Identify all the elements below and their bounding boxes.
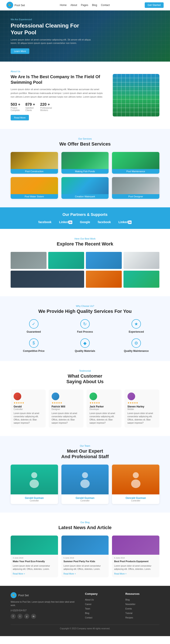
why-section: Why Choose Us? We Provide High Quality S… — [0, 296, 170, 361]
blog-post-1-date: 3 June 2019 — [13, 557, 56, 559]
blog-title: Latest News And Article — [11, 525, 159, 530]
why-item-experienced: ★ Experienced — [113, 319, 159, 333]
service-pool-maintenance-image — [112, 152, 159, 169]
testimonial-gerald-role: Controller — [14, 408, 43, 410]
services-grid: Pool Construction Making Fish Ponds Pool… — [11, 152, 159, 199]
footer-link-career[interactable]: Career — [85, 603, 91, 606]
blog-post-3-image — [112, 536, 159, 555]
footer-link-contact[interactable]: Contact — [85, 616, 92, 619]
blog-post-2-date: 5 June 2019 — [64, 557, 107, 559]
service-making-fish-ponds-image — [61, 152, 109, 169]
hero-section: We Are Experienced Professional Cleaning… — [0, 10, 170, 62]
hero-cta-button[interactable]: Learn More — [11, 48, 29, 54]
blog-post-3-content: 6 June 2019 Best Pool Products Equipment… — [112, 555, 159, 577]
blog-post-1: 3 June 2019 Make Your Pool Eco-Friendly … — [11, 536, 58, 577]
footer-company-col: Company About Us Career Team Blog Contac… — [85, 592, 119, 620]
fast-process-icon: ↻ — [80, 319, 90, 328]
testimonials-eyebrow: Testimonial — [11, 370, 159, 372]
footer-copyright: Copyright © 2023 Company name All rights… — [11, 624, 159, 630]
about-section: About Us We Are Is The Best Company In T… — [0, 62, 170, 129]
social-linkedin-icon[interactable]: in — [31, 614, 36, 619]
footer-link-events[interactable]: Events — [125, 608, 132, 610]
footer-link-team[interactable]: Team — [85, 608, 90, 610]
nav-home[interactable]: Home — [60, 4, 67, 6]
team-member-3: Oenrald Guzman Controller — [112, 464, 159, 504]
partners-section: Our Partners & Supports facebook Linkedi… — [0, 207, 170, 229]
services-eyebrow: Our Services — [11, 138, 159, 140]
team-member-1-info: Gerald Guzman Controller — [11, 494, 58, 504]
blog-post-1-content: 3 June 2019 Make Your Pool Eco-Friendly … — [11, 555, 58, 577]
footer-link-tutorial[interactable]: Tutorial — [125, 612, 132, 614]
footer-phone: (+12)23-514-517 — [11, 609, 79, 612]
stat-projects-label: ProjectComplete — [11, 107, 20, 112]
about-stats: 503 + ProjectComplete 879 + SatisfiedCli… — [11, 102, 106, 112]
blog-post-2: 5 June 2019 Summer Pool Party For Kids L… — [61, 536, 109, 577]
footer-grid: 🏊 Pool Set Welcome to Pool Set. Lorem ip… — [11, 592, 159, 620]
services-section: Our Services We Offer Best Services Pool… — [0, 129, 170, 207]
partner-linkedin-2: Linkedin — [119, 220, 132, 224]
social-youtube-icon[interactable]: y — [24, 614, 29, 619]
footer-logo-icon: 🏊 — [11, 592, 16, 598]
pool-tile-pattern — [113, 74, 159, 116]
stat-projects: 503 + ProjectComplete — [11, 102, 20, 112]
quality-maintenance-icon: ⚙ — [132, 338, 141, 348]
nav-blog[interactable]: Blog — [92, 4, 97, 6]
team-member-3-role: Controller — [114, 500, 157, 502]
work-title: Explore The Recent Work — [11, 241, 159, 247]
competitive-price-icon: $ — [29, 338, 38, 348]
nav-pages[interactable]: Pages — [81, 4, 88, 6]
why-item-quality-maintenance-label: Quality Maintenance — [124, 350, 149, 352]
about-eyebrow: About Us — [11, 70, 106, 73]
team-member-1-role: Controller — [13, 500, 56, 502]
blog-post-2-text: Lorem ipsum dolor sit amet consectetur a… — [64, 564, 107, 571]
quality-materials-icon: ◆ — [80, 338, 90, 348]
work-item-2 — [48, 252, 84, 269]
work-grid — [11, 252, 159, 288]
footer-resources-title: Resources — [125, 592, 159, 596]
footer-link-about-us[interactable]: About Us — [85, 598, 94, 601]
testimonial-jack-name: Jack Parker — [89, 405, 119, 408]
social-twitter-icon[interactable]: t — [17, 614, 22, 619]
blog-post-1-text: Lorem ipsum dolor sit amet consectetur a… — [13, 564, 56, 571]
service-pool-maintenance: Pool Maintenance — [112, 152, 159, 174]
about-read-more-button[interactable]: Read More — [11, 115, 29, 120]
about-image-inner — [113, 74, 159, 116]
work-item-3 — [86, 252, 122, 269]
footer: 🏊 Pool Set Welcome to Pool Set. Lorem ip… — [0, 586, 170, 636]
footer-link-resources-blog[interactable]: Blog — [125, 598, 130, 601]
get-started-button[interactable]: Get Started — [145, 2, 164, 8]
team-grid: Gerald Guzman Controller Gerald Guzman C… — [11, 464, 159, 504]
service-pool-construction-label: Pool Construction — [11, 169, 58, 174]
blog-post-1-image — [11, 536, 58, 555]
blog-post-2-read-more[interactable]: Read More + — [64, 572, 76, 575]
testimonial-steven-avatar — [128, 392, 135, 400]
footer-link-blog[interactable]: Blog — [85, 612, 89, 614]
blog-post-3-read-more[interactable]: Read More + — [114, 572, 126, 575]
footer-link-recipes[interactable]: Recipes — [125, 616, 133, 619]
nav-contact[interactable]: Contact — [101, 4, 110, 6]
svg-point-4 — [133, 472, 139, 478]
service-pool-water-sistem-label: Pool Water Sistem — [11, 194, 58, 199]
work-item-7 — [123, 271, 159, 288]
blog-post-3-date: 6 June 2019 — [114, 557, 157, 559]
service-pool-water-sistem: Pool Water Sistem — [11, 177, 58, 199]
work-item-5 — [11, 271, 84, 288]
logo: 🏊 Pool Set — [6, 2, 25, 8]
copyright-text: Copyright © 2023 Company name All rights… — [60, 628, 110, 630]
partners-title: Our Partners & Supports — [11, 212, 159, 217]
work-item-1 — [11, 252, 47, 269]
why-title: We Provide High Quality Services For You — [11, 308, 159, 314]
blog-post-1-read-more[interactable]: Read More + — [13, 572, 25, 575]
why-item-fast-process-label: Fast Process — [77, 330, 93, 333]
team-member-3-photo — [112, 464, 159, 494]
work-item-6 — [86, 271, 122, 288]
social-facebook-icon[interactable]: f — [11, 614, 16, 619]
footer-link-newsletter[interactable]: Newsletter — [125, 603, 135, 606]
nav-about[interactable]: About — [71, 4, 77, 6]
team-member-3-info: Oenrald Guzman Controller — [112, 494, 159, 504]
svg-point-2 — [82, 472, 88, 478]
hero-eyebrow: We Are Experienced — [11, 18, 91, 21]
service-pool-water-sistem-image — [11, 177, 58, 194]
nav-links: Home About Pages Blog Contact — [60, 4, 110, 6]
hero-content: We Are Experienced Professional Cleaning… — [11, 18, 91, 54]
